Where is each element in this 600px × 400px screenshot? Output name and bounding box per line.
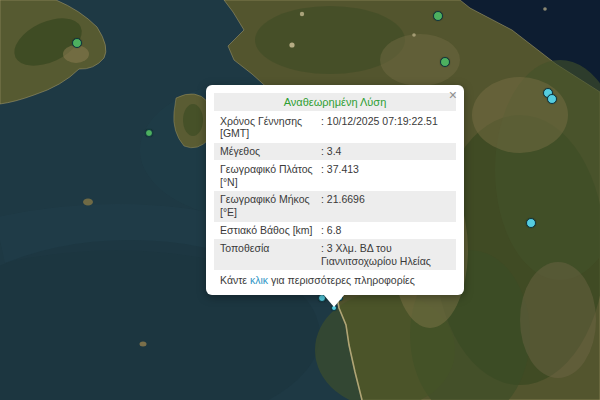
field-label: Γεωγραφικό Πλάτος [°N] bbox=[220, 163, 321, 189]
close-icon[interactable]: × bbox=[445, 86, 461, 104]
field-label: Γεωγραφικό Μήκος [°E] bbox=[220, 193, 321, 219]
field-value: : 21.6696 bbox=[321, 193, 450, 206]
field-label: Εστιακό Βάθος [km] bbox=[220, 224, 321, 237]
more-info-link[interactable]: κλικ bbox=[250, 274, 268, 286]
popup-table: Χρόνος Γέννησης [GMT] : 10/12/2025 07:19… bbox=[214, 112, 456, 270]
earthquake-marker-green[interactable] bbox=[440, 57, 450, 67]
earthquake-marker-green[interactable] bbox=[145, 129, 153, 137]
row-location: Τοποθεσία : 3 Χλμ. ΒΔ του Γιαννιτσοχωρίο… bbox=[214, 239, 456, 270]
field-value: : 37.413 bbox=[321, 163, 450, 176]
field-value: : 3.4 bbox=[321, 145, 450, 158]
field-value: : 10/12/2025 07:19:22.51 bbox=[321, 115, 450, 128]
row-longitude: Γεωγραφικό Μήκος [°E] : 21.6696 bbox=[214, 191, 456, 222]
earthquake-info-popup: × Αναθεωρημένη Λύση Χρόνος Γέννησης [GMT… bbox=[206, 85, 464, 295]
earthquake-marker-green[interactable] bbox=[72, 38, 82, 48]
popup-title: Αναθεωρημένη Λύση bbox=[214, 93, 456, 111]
footer-text-prefix: Κάντε bbox=[220, 274, 247, 286]
field-label: Μέγεθος bbox=[220, 145, 321, 158]
row-magnitude: Μέγεθος : 3.4 bbox=[214, 143, 456, 161]
row-origin-time: Χρόνος Γέννησης [GMT] : 10/12/2025 07:19… bbox=[214, 112, 456, 143]
row-depth: Εστιακό Βάθος [km] : 6.8 bbox=[214, 222, 456, 240]
field-label: Χρόνος Γέννησης [GMT] bbox=[220, 115, 321, 141]
field-label: Τοποθεσία bbox=[220, 242, 321, 255]
earthquake-marker-green[interactable] bbox=[433, 11, 443, 21]
field-value: : 3 Χλμ. ΒΔ του Γιαννιτσοχωρίου Ηλείας bbox=[321, 242, 450, 268]
earthquake-marker-cyan[interactable] bbox=[547, 94, 557, 104]
field-value: : 6.8 bbox=[321, 224, 450, 237]
popup-tail bbox=[323, 294, 345, 307]
map-canvas[interactable]: × Αναθεωρημένη Λύση Χρόνος Γέννησης [GMT… bbox=[0, 0, 600, 400]
earthquake-marker-cyan[interactable] bbox=[526, 218, 536, 228]
popup-footer: Κάντε κλικ για περισσότερες πληροφορίες bbox=[214, 270, 456, 289]
row-latitude: Γεωγραφικό Πλάτος [°N] : 37.413 bbox=[214, 160, 456, 191]
footer-text-suffix: για περισσότερες πληροφορίες bbox=[271, 274, 415, 286]
